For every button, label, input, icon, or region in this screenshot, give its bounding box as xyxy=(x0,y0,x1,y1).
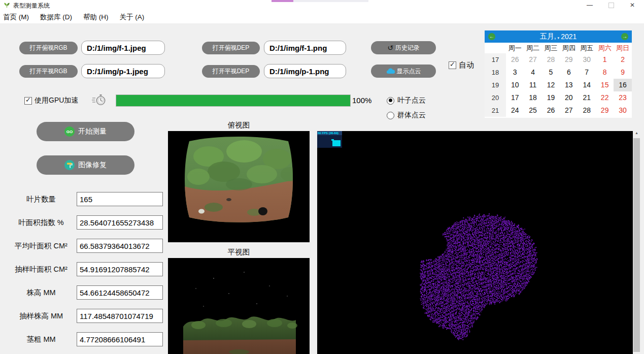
calendar-prev-icon[interactable]: ← xyxy=(488,33,495,40)
calendar-day-cell[interactable]: 10 xyxy=(506,79,524,91)
calendar-day-cell[interactable]: 24 xyxy=(506,104,524,117)
app-window: 表型测量系统 — ✕ 首页 (M) 数据库 (D) 帮助 (H) 关于 (A) … xyxy=(0,0,644,354)
app-sprout-icon xyxy=(3,2,11,9)
calendar-day-cell[interactable]: 26 xyxy=(506,53,524,66)
scroll-up-arrow[interactable]: ▲ xyxy=(633,130,640,136)
calendar-day-cell[interactable]: 5 xyxy=(542,66,560,79)
fps-label: 60 FPS (36-60) xyxy=(317,131,342,135)
menu-bar: 首页 (M) 数据库 (D) 帮助 (H) 关于 (A) xyxy=(0,11,644,23)
calendar-day-cell[interactable]: 3 xyxy=(506,66,524,79)
calendar-day-cell[interactable]: 30 xyxy=(578,53,596,66)
start-measure-label: 开始测量 xyxy=(78,127,107,136)
start-measure-button[interactable]: GO 开始测量 xyxy=(37,122,134,141)
field-value-input[interactable] xyxy=(77,285,163,300)
field-row: 叶片数量 xyxy=(0,192,167,206)
field-value-input[interactable] xyxy=(77,332,163,346)
menu-item-help[interactable]: 帮助 (H) xyxy=(78,13,114,22)
calendar-day-cell[interactable]: 27 xyxy=(524,53,541,66)
show-pointcloud-button[interactable]: 显示点云 xyxy=(371,65,436,78)
scrollbar-thumb[interactable] xyxy=(633,138,640,352)
calendar-day-cell[interactable]: 25 xyxy=(524,104,541,117)
calendar-week-number: 20 xyxy=(485,91,506,104)
calendar-month-label[interactable]: 五月, xyxy=(540,32,556,41)
pointcloud-canvas[interactable] xyxy=(317,131,633,354)
auto-checkbox[interactable] xyxy=(449,61,456,69)
calendar-day-cell[interactable]: 16 xyxy=(614,79,631,91)
field-value-input[interactable] xyxy=(77,192,163,206)
calendar-day-cell[interactable]: 4 xyxy=(524,66,541,79)
calendar-day-cell[interactable]: 26 xyxy=(542,104,560,117)
leaf-cloud-radio-row: 叶子点云 xyxy=(387,96,426,105)
calendar-day-cell[interactable]: 6 xyxy=(560,66,578,79)
calendar-day-cell[interactable]: 29 xyxy=(596,104,614,117)
gpu-checkbox-label: 使用GPU加速 xyxy=(35,96,78,105)
menu-item-about[interactable]: 关于 (A) xyxy=(114,13,150,22)
calendar-day-cell[interactable]: 12 xyxy=(542,79,560,91)
calendar-day-cell[interactable]: 8 xyxy=(596,66,614,79)
calendar-day-cell[interactable]: 28 xyxy=(578,104,596,117)
top-dep-path-input[interactable] xyxy=(264,41,346,55)
calendar-year-label[interactable]: 2021 xyxy=(561,33,577,41)
calendar-day-cell[interactable]: 1 xyxy=(596,53,614,66)
field-value-input[interactable] xyxy=(77,262,163,276)
open-side-rgb-button[interactable]: 打开平视RGB xyxy=(19,65,78,78)
field-value-input[interactable] xyxy=(77,215,163,230)
history-button[interactable]: ↺ 历史记录 xyxy=(371,41,436,54)
calendar-day-cell[interactable]: 20 xyxy=(560,91,578,104)
title-strip-purple xyxy=(272,0,293,2)
gpu-check-row: 使用GPU加速 xyxy=(24,96,78,105)
open-top-rgb-button[interactable]: 打开俯视RGB xyxy=(19,42,78,54)
vertical-scrollbar[interactable]: ▲ xyxy=(633,130,640,354)
fps-overlay: 60 FPS (36-60) xyxy=(317,131,342,148)
menu-item-database[interactable]: 数据库 (D) xyxy=(35,13,78,22)
calendar-day-cell[interactable]: 29 xyxy=(560,53,578,66)
calendar-day-cell[interactable]: 22 xyxy=(596,91,614,104)
field-value-input[interactable] xyxy=(77,239,163,253)
calendar-day-cell[interactable]: 28 xyxy=(542,53,560,66)
field-label: 株高 MM xyxy=(8,285,74,300)
calendar-next-icon[interactable]: → xyxy=(621,33,628,40)
calendar-day-cell[interactable]: 14 xyxy=(578,79,596,91)
calendar-day-cell[interactable]: 2 xyxy=(614,53,631,66)
leaf-cloud-radio[interactable] xyxy=(387,97,394,105)
calendar-day-cell[interactable]: 7 xyxy=(578,66,596,79)
open-side-dep-button[interactable]: 打开平视DEP xyxy=(202,65,260,78)
group-cloud-radio[interactable] xyxy=(387,112,394,119)
calendar-day-cell[interactable]: 23 xyxy=(614,91,631,104)
calendar-day-cell[interactable]: 17 xyxy=(506,91,524,104)
calendar-day-cell[interactable]: 9 xyxy=(614,66,631,79)
field-row: 平均叶面积 CM² xyxy=(0,239,167,253)
calendar-grid: 周一周二周三周四周五周六周日17262728293012183456789191… xyxy=(485,43,632,117)
pointcloud-viewport[interactable]: 60 FPS (36-60) xyxy=(317,131,633,354)
maximize-button[interactable] xyxy=(600,0,622,11)
side-rgb-path-input[interactable] xyxy=(81,64,165,78)
open-top-dep-button[interactable]: 打开俯视DEP xyxy=(202,42,260,54)
calendar-day-cell[interactable]: 18 xyxy=(524,91,541,104)
field-value-input[interactable] xyxy=(77,309,163,323)
history-icon: ↺ xyxy=(387,44,393,52)
group-cloud-radio-row: 群体点云 xyxy=(387,111,426,120)
gpu-checkbox[interactable] xyxy=(24,97,32,105)
calendar-day-header: 周六 xyxy=(596,43,614,53)
calendar-day-header: 周二 xyxy=(524,43,541,53)
minimize-button[interactable]: — xyxy=(579,0,600,11)
window-controls: — ✕ xyxy=(579,0,643,11)
close-button[interactable]: ✕ xyxy=(622,0,643,11)
side-dep-path-input[interactable] xyxy=(264,64,346,78)
calendar-day-cell[interactable]: 19 xyxy=(542,91,560,104)
top-rgb-path-input[interactable] xyxy=(81,41,165,55)
calendar-day-header: 周一 xyxy=(506,43,524,53)
progress-bar xyxy=(116,94,351,107)
calendar-day-cell[interactable]: 27 xyxy=(560,104,578,117)
calendar-day-cell[interactable]: 21 xyxy=(578,91,596,104)
auto-checkbox-label: 自动 xyxy=(459,60,474,70)
menu-item-home[interactable]: 首页 (M) xyxy=(0,13,35,22)
calendar-day-cell[interactable]: 15 xyxy=(596,79,614,91)
calendar-day-header: 周三 xyxy=(542,43,560,53)
image-repair-button[interactable]: 图像修复 xyxy=(37,155,134,175)
stopwatch-icon xyxy=(92,93,106,107)
calendar-day-cell[interactable]: 11 xyxy=(524,79,541,91)
group-cloud-radio-label: 群体点云 xyxy=(397,111,426,120)
calendar-day-cell[interactable]: 30 xyxy=(614,104,631,117)
calendar-day-cell[interactable]: 13 xyxy=(560,79,578,91)
